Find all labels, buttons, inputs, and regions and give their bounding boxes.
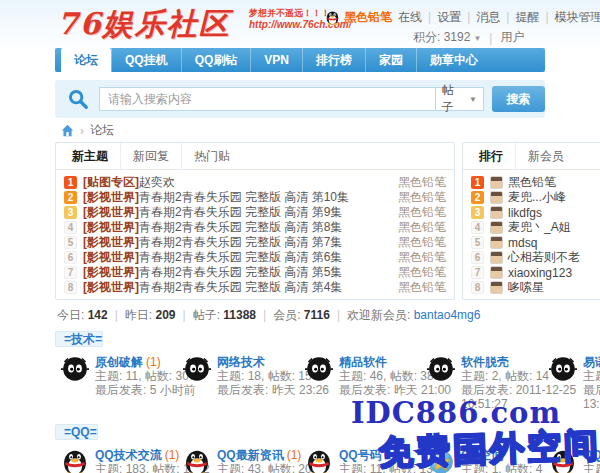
new-member-link[interactable]: bantao4mg6 [414,308,481,322]
thread-row: 2[影视世界]青春期2青春失乐园 完整版 高清 第10集黑色铅笔 [56,190,454,205]
thread-tab-2[interactable]: 新回复 [120,143,181,169]
breadcrumb-separator: › [80,124,84,138]
rank-badge: 8 [64,281,77,294]
watermark-slogan: 免费国外空间 [378,422,600,473]
ranking-user-link[interactable]: 心相若则不老 [508,249,580,266]
thread-tabs: 新主题新回复热门贴 [56,143,454,170]
face-forum-icon [183,355,211,383]
forum-name-link[interactable]: 网络技术 [217,355,265,369]
credit-bar: 积分: 3192▼ | 用户 [413,29,524,46]
separator: | [183,308,186,322]
thread-row: 8[影视世界]青春期2青春失乐园 完整版 高清 第4集黑色铅笔 [56,280,454,295]
stat-label: 昨日: [125,308,156,322]
user-link-4[interactable]: 提醒 [515,10,539,24]
ranking-user-link[interactable]: 麦兜丶_A姐 [508,219,571,236]
forum-name-link[interactable]: QQ最新资讯 [217,448,284,462]
ranking-user-link[interactable]: 哆嗦星 [508,279,544,296]
face-forum-icon [549,355,577,383]
user-link-2[interactable]: 设置 [437,10,461,24]
user-link-3[interactable]: 消息 [476,10,500,24]
search-button[interactable]: 搜索 [492,86,545,112]
breadcrumb-forum-link[interactable]: 论坛 [90,122,114,139]
rank-badge: 8 [471,281,484,294]
nav-item-7[interactable]: 勋章中心 [416,48,491,72]
ranking-user-link[interactable]: 麦兜...小峰 [508,189,566,206]
home-icon[interactable] [61,124,74,137]
user-link-5[interactable]: 模块管理 [555,10,600,24]
nav-item-4[interactable]: VPN [250,48,302,72]
separator: | [263,308,266,322]
forum-name-link[interactable]: QQ技术交流 [95,448,162,462]
forum-stats: 今日: 142|昨日: 209|帖子: 11388|会员: 7116|欢迎新会员… [57,307,600,322]
rank-badge: 5 [64,236,77,249]
forum-lastpost-line: 最后发表: [583,383,600,397]
rank-badge: 5 [471,236,484,249]
rank-badge: 4 [64,221,77,234]
site-header: 76娱乐社区 梦想并不遥远！！！ http://www.76ch.com/ 黑色… [55,0,600,48]
ranking-row: 4麦兜丶_A姐 [463,220,600,235]
thread-title-text: 青春期2青春失乐园 完整版 高清 第10集 [139,190,349,204]
thread-category: [影视世界] [83,250,139,264]
chevron-down-icon: ▼ [473,34,481,43]
forum-name-link[interactable]: 精品软件 [339,355,387,369]
ranking-user-link[interactable]: likdfgs [508,206,542,220]
thread-panel: 新主题新回复热门贴 1[贴图专区]赵奕欢黑色铅笔2[影视世界]青春期2青春失乐园… [55,142,455,300]
thread-category: [影视世界] [83,205,139,219]
rank-badge: 6 [471,251,484,264]
forum-lastpost-line: 最后发表: 5 小时前 [95,383,196,397]
thread-tab-3[interactable]: 热门贴 [181,143,242,169]
user-link-1[interactable]: 在线 [398,10,422,24]
category-title[interactable]: =QQ= [55,424,98,440]
thread-title-text: 青春期2青春失乐园 完整版 高清 第6集 [139,250,342,264]
main-nav: 论坛QQ挂机QQ刷钻VPN排行榜家园勋章中心 [55,48,545,72]
face-forum-icon [305,355,333,383]
nav-item-3[interactable]: QQ刷钻 [181,48,251,72]
forum-name-link[interactable]: 软件脱壳 [461,355,509,369]
ranking-tab-1[interactable]: 排行 [467,143,515,169]
thread-title-text: 青春期2青春失乐园 完整版 高清 第5集 [139,265,342,279]
search-bar: 帖子▼ 搜索 [55,80,545,118]
forum-info: 原创破解(1)主题: 11, 帖数: 307最后发表: 5 小时前 [95,355,196,411]
credits-dropdown[interactable]: 积分: 3192▼ [413,29,481,46]
thread-list: 1[贴图专区]赵奕欢黑色铅笔2[影视世界]青春期2青春失乐园 完整版 高清 第1… [56,170,454,299]
stat-value: 7116 [304,308,330,322]
rank-badge: 2 [64,191,77,204]
thread-title-text: 青春期2青春失乐园 完整版 高清 第4集 [139,280,342,294]
forum-block: QQ技术交流(1)主题: 183, 帖数: 1462最后发表: 5 小时前 [61,448,183,473]
nav-item-1[interactable]: 论坛 [61,48,111,72]
forum-name-link[interactable]: 原创破解 [95,355,143,369]
forum-new-count: (1) [146,355,161,369]
search-input[interactable] [99,87,436,111]
thread-tab-1[interactable]: 新主题 [60,143,120,169]
category-title[interactable]: =技术= [55,331,103,347]
user-group-label: 用户 [500,29,524,46]
avatar [490,251,503,264]
avatar [490,236,503,249]
username-link[interactable]: 黑色铅笔 [344,9,392,26]
rank-badge: 7 [64,266,77,279]
forum-name-link[interactable]: 易语言交流 [583,355,600,369]
ranking-row: 6心相若则不老 [463,250,600,265]
chevron-down-icon: ▼ [469,95,477,104]
search-type-select[interactable]: 帖子▼ [436,87,484,111]
face-forum-icon [61,355,89,383]
avatar [490,281,503,294]
separator: | [489,31,492,45]
ranking-user-link[interactable]: mdsq [508,236,537,250]
nav-item-6[interactable]: 家园 [365,48,416,72]
thread-row: 7[影视世界]青春期2青春失乐园 完整版 高清 第5集黑色铅笔 [56,265,454,280]
thread-author-link[interactable]: 黑色铅笔 [398,279,446,296]
nav-item-2[interactable]: QQ挂机 [111,48,181,72]
site-logo-title[interactable]: 76娱乐社区 [57,6,231,41]
ranking-user-link[interactable]: xiaoxing123 [508,266,572,280]
forum-info: QQ最新资讯(1)主题: 43, 帖数: 200最后发表: 5 小时前 [217,448,318,473]
forum-block: 网络技术主题: 18, 帖数: 150最后发表: 昨天 23:26 [183,355,305,411]
ranking-panel: 排行新会员 1黑色铅笔2麦兜...小峰3likdfgs4麦兜丶_A姐5mdsq6… [462,142,600,300]
separator: | [545,10,548,24]
nav-item-5[interactable]: 排行榜 [302,48,365,72]
thread-title-link[interactable]: [影视世界]青春期2青春失乐园 完整版 高清 第4集 [83,279,390,296]
home-glyph [61,124,74,137]
site-logo[interactable]: 76娱乐社区 [57,4,231,45]
qq-status-icon [325,10,340,25]
ranking-tab-2[interactable]: 新会员 [515,143,576,169]
